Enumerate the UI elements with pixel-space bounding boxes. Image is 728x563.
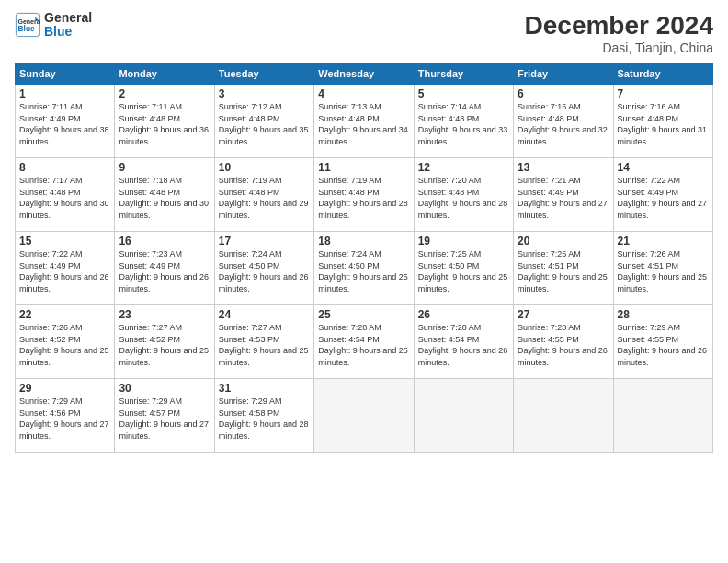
day-info: Sunrise: 7:24 AM Sunset: 4:50 PM Dayligh… [219,248,310,294]
day-info: Sunrise: 7:18 AM Sunset: 4:48 PM Dayligh… [119,175,210,221]
day-info: Sunrise: 7:22 AM Sunset: 4:49 PM Dayligh… [19,248,110,294]
day-number: 23 [119,308,210,321]
col-thursday: Thursday [414,63,513,85]
day-number: 1 [19,87,110,100]
calendar-cell: 3 Sunrise: 7:12 AM Sunset: 4:48 PM Dayli… [214,85,313,158]
day-info: Sunrise: 7:12 AM Sunset: 4:48 PM Dayligh… [219,101,310,147]
calendar-cell: 4 Sunrise: 7:13 AM Sunset: 4:48 PM Dayli… [314,85,414,158]
calendar-week-1: 1 Sunrise: 7:11 AM Sunset: 4:49 PM Dayli… [16,85,713,158]
day-info: Sunrise: 7:23 AM Sunset: 4:49 PM Dayligh… [119,248,210,294]
day-info: Sunrise: 7:26 AM Sunset: 4:51 PM Dayligh… [618,248,709,294]
calendar-cell: 18 Sunrise: 7:24 AM Sunset: 4:50 PM Dayl… [314,232,414,305]
calendar-cell: 9 Sunrise: 7:18 AM Sunset: 4:48 PM Dayli… [115,158,214,232]
day-info: Sunrise: 7:11 AM Sunset: 4:48 PM Dayligh… [119,101,210,147]
logo-line2: Blue [44,25,92,39]
day-info: Sunrise: 7:28 AM Sunset: 4:54 PM Dayligh… [418,322,509,368]
day-number: 31 [219,382,310,395]
calendar-cell [314,379,414,453]
calendar-cell: 26 Sunrise: 7:28 AM Sunset: 4:54 PM Dayl… [414,305,513,379]
calendar-cell: 13 Sunrise: 7:21 AM Sunset: 4:49 PM Dayl… [514,158,613,232]
calendar-cell: 12 Sunrise: 7:20 AM Sunset: 4:48 PM Dayl… [414,158,513,232]
col-friday: Friday [514,63,613,85]
day-info: Sunrise: 7:16 AM Sunset: 4:48 PM Dayligh… [618,101,709,147]
day-number: 3 [219,87,310,100]
day-number: 22 [19,308,110,321]
day-number: 18 [318,235,409,247]
calendar-cell: 20 Sunrise: 7:25 AM Sunset: 4:51 PM Dayl… [514,232,613,305]
day-info: Sunrise: 7:29 AM Sunset: 4:55 PM Dayligh… [618,322,709,368]
day-number: 28 [618,308,709,321]
calendar-cell: 6 Sunrise: 7:15 AM Sunset: 4:48 PM Dayli… [514,85,613,158]
calendar-cell: 28 Sunrise: 7:29 AM Sunset: 4:55 PM Dayl… [613,305,712,379]
day-number: 16 [119,235,210,247]
svg-text:Blue: Blue [18,24,35,33]
calendar-cell: 14 Sunrise: 7:22 AM Sunset: 4:49 PM Dayl… [613,158,712,232]
title-area: December 2024 Dasi, Tianjin, China [525,11,713,55]
location: Dasi, Tianjin, China [525,40,713,55]
calendar-week-4: 22 Sunrise: 7:26 AM Sunset: 4:52 PM Dayl… [16,305,713,379]
day-info: Sunrise: 7:24 AM Sunset: 4:50 PM Dayligh… [318,248,409,294]
day-info: Sunrise: 7:21 AM Sunset: 4:49 PM Dayligh… [518,175,609,221]
day-number: 12 [418,161,509,174]
calendar-cell [613,379,712,453]
month-year: December 2024 [525,11,713,40]
day-number: 25 [318,308,409,321]
day-number: 11 [318,161,409,174]
calendar-cell: 24 Sunrise: 7:27 AM Sunset: 4:53 PM Dayl… [214,305,313,379]
day-number: 2 [119,87,210,100]
logo: General Blue General Blue [15,11,92,40]
calendar-cell: 25 Sunrise: 7:28 AM Sunset: 4:54 PM Dayl… [314,305,414,379]
calendar-cell: 7 Sunrise: 7:16 AM Sunset: 4:48 PM Dayli… [613,85,712,158]
day-number: 30 [119,382,210,395]
day-info: Sunrise: 7:15 AM Sunset: 4:48 PM Dayligh… [518,101,609,147]
day-number: 24 [219,308,310,321]
day-number: 26 [418,308,509,321]
day-info: Sunrise: 7:20 AM Sunset: 4:48 PM Dayligh… [418,175,509,221]
calendar-week-3: 15 Sunrise: 7:22 AM Sunset: 4:49 PM Dayl… [16,232,713,305]
day-info: Sunrise: 7:22 AM Sunset: 4:49 PM Dayligh… [618,175,709,221]
day-info: Sunrise: 7:25 AM Sunset: 4:51 PM Dayligh… [518,248,609,294]
col-tuesday: Tuesday [214,63,313,85]
day-info: Sunrise: 7:28 AM Sunset: 4:54 PM Dayligh… [318,322,409,368]
day-number: 27 [518,308,609,321]
day-info: Sunrise: 7:29 AM Sunset: 4:56 PM Dayligh… [19,396,110,442]
calendar-cell: 17 Sunrise: 7:24 AM Sunset: 4:50 PM Dayl… [214,232,313,305]
day-info: Sunrise: 7:29 AM Sunset: 4:57 PM Dayligh… [119,396,210,442]
day-info: Sunrise: 7:19 AM Sunset: 4:48 PM Dayligh… [318,175,409,221]
calendar-cell: 23 Sunrise: 7:27 AM Sunset: 4:52 PM Dayl… [115,305,214,379]
col-sunday: Sunday [16,63,115,85]
day-number: 19 [418,235,509,247]
calendar-cell: 21 Sunrise: 7:26 AM Sunset: 4:51 PM Dayl… [613,232,712,305]
day-number: 17 [219,235,310,247]
day-number: 13 [518,161,609,174]
day-number: 10 [219,161,310,174]
calendar-cell: 31 Sunrise: 7:29 AM Sunset: 4:58 PM Dayl… [214,379,313,453]
calendar-cell: 27 Sunrise: 7:28 AM Sunset: 4:55 PM Dayl… [514,305,613,379]
day-number: 20 [518,235,609,247]
day-number: 21 [618,235,709,247]
calendar-cell: 22 Sunrise: 7:26 AM Sunset: 4:52 PM Dayl… [16,305,115,379]
calendar-cell: 2 Sunrise: 7:11 AM Sunset: 4:48 PM Dayli… [115,85,214,158]
day-number: 14 [618,161,709,174]
day-number: 7 [618,87,709,100]
day-number: 29 [19,382,110,395]
calendar-cell: 19 Sunrise: 7:25 AM Sunset: 4:50 PM Dayl… [414,232,513,305]
header: General Blue General Blue December 2024 … [15,11,713,55]
calendar-cell: 10 Sunrise: 7:19 AM Sunset: 4:48 PM Dayl… [214,158,313,232]
calendar-cell: 11 Sunrise: 7:19 AM Sunset: 4:48 PM Dayl… [314,158,414,232]
logo-icon: General Blue [15,12,40,38]
day-info: Sunrise: 7:11 AM Sunset: 4:49 PM Dayligh… [19,101,110,147]
calendar-cell [514,379,613,453]
calendar-table: Sunday Monday Tuesday Wednesday Thursday… [15,63,713,453]
day-number: 8 [19,161,110,174]
day-info: Sunrise: 7:28 AM Sunset: 4:55 PM Dayligh… [518,322,609,368]
col-wednesday: Wednesday [314,63,414,85]
calendar-week-2: 8 Sunrise: 7:17 AM Sunset: 4:48 PM Dayli… [16,158,713,232]
calendar-cell: 8 Sunrise: 7:17 AM Sunset: 4:48 PM Dayli… [16,158,115,232]
calendar-cell [414,379,513,453]
day-info: Sunrise: 7:19 AM Sunset: 4:48 PM Dayligh… [219,175,310,221]
day-number: 15 [19,235,110,247]
day-number: 9 [119,161,210,174]
day-info: Sunrise: 7:27 AM Sunset: 4:53 PM Dayligh… [219,322,310,368]
day-info: Sunrise: 7:29 AM Sunset: 4:58 PM Dayligh… [219,396,310,442]
